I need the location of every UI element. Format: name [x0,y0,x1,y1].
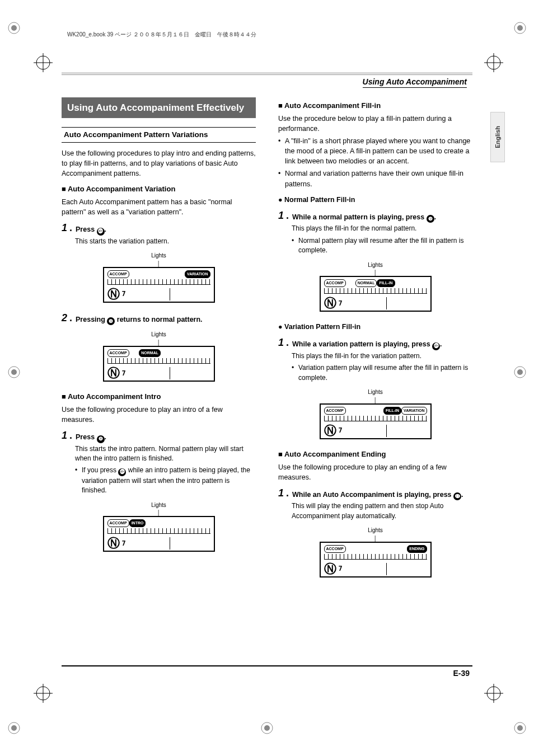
ruler-icon [324,288,427,294]
step: 2. Pressing ❾ returns to normal pattern. [62,313,256,326]
lcd-tag: ACCOMP [324,279,346,287]
svg-point-5 [11,369,17,375]
seven-segment: 7 [122,539,126,548]
svg-point-10 [514,722,526,734]
step: 1. While a normal pattern is playing, pr… [278,210,472,223]
lcd-diagram: Lights │ ACCOMP NORMAL Ⓝ 7 [103,331,215,382]
left-column: Using Auto Accompaniment Effectively Aut… [62,95,256,588]
divider [386,563,387,575]
lcd-box: ACCOMP FILL-IN VARIATION Ⓝ 7 [320,403,432,439]
registration-mark-icon [34,684,53,703]
subsection-title: Auto Accompaniment Pattern Variations [62,127,256,143]
lcd-diagram: Lights │ ACCOMP FILL-IN VARIATION Ⓝ 7 [320,388,432,439]
digit-icon: Ⓝ [324,425,335,437]
lcd-tag: VARIATION [401,407,427,415]
crop-mark-icon [512,720,528,736]
step-detail: This starts the variation pattern. [75,237,256,246]
body-text: Use the following procedure to play an i… [62,405,256,425]
step-number: 1 [278,210,284,223]
seven-segment: 7 [339,299,343,308]
crop-mark-icon [512,20,528,36]
lcd-tag: ACCOMP [107,519,129,527]
lcd-diagram: Lights │ ACCOMP VARIATION Ⓝ 7 [103,252,215,303]
ref-button-icon: ❽ [97,435,105,443]
pointer-icon: │ [320,398,432,403]
ruler-icon [107,358,210,364]
lcd-box: ACCOMP VARIATION Ⓝ 7 [103,267,215,303]
bullet: Normal pattern play will resume after th… [292,236,472,256]
lcd-tag: FILL-IN [377,279,395,287]
body-text: Each Auto Accompaniment pattern has a ba… [62,197,256,217]
page: WK200_e.book 39 ページ ２００８年５月１６日 金曜日 午後８時４… [0,0,534,756]
svg-point-8 [8,722,20,734]
registration-mark-icon [34,53,53,72]
dot-heading: Normal Pattern Fill-in [278,195,472,205]
step-detail: This starts the intro pattern. Normal pa… [75,444,256,464]
lcd-tag: ACCOMP [324,407,346,415]
registration-mark-icon [484,53,503,72]
lcd-tag: ACCOMP [107,270,129,278]
digit-icon: Ⓝ [324,297,335,309]
running-head: Using Auto Accompaniment [363,77,467,88]
pointer-icon: │ [103,261,215,267]
step-dot: . [69,223,72,236]
step-dot: . [69,430,72,443]
seven-segment: 7 [122,289,126,299]
svg-point-12 [261,722,273,734]
body-text: Use the following procedure to play an e… [278,462,472,482]
svg-point-3 [517,25,523,31]
pointer-icon: │ [320,270,432,276]
seven-segment: 7 [339,426,343,435]
step-number: 1 [62,430,67,443]
svg-point-6 [514,367,526,378]
crop-mark-icon [6,20,22,36]
lcd-tag: NORMAL [355,279,377,287]
pointer-icon: │ [103,340,215,346]
seven-segment: 7 [339,564,343,574]
language-tab-label: English [494,126,501,148]
ruler-icon [324,554,427,560]
ref-button-icon: ⓾ [118,468,126,476]
lcd-tag: ACCOMP [107,349,129,357]
registration-mark-icon [484,684,503,703]
step-text: Press ⓾. [76,223,106,236]
footer-rule [62,665,472,666]
svg-point-1 [11,25,17,31]
step-detail: This plays the fill-in for the variation… [292,351,472,361]
step: 1. While an Auto Accompaniment is playin… [278,488,472,501]
ref-button-icon: ❾ [427,215,434,223]
bullet: Variation pattern play will resume after… [292,363,472,383]
step-dot: . [69,313,72,326]
body-text: Use the following procedures to play int… [62,148,256,179]
step-dot: . [286,488,289,501]
step: 1. While a variation pattern is playing,… [278,337,472,350]
svg-point-11 [517,725,523,731]
diagram-label: Lights [320,388,432,397]
svg-point-2 [514,22,526,34]
pointer-icon: │ [320,536,432,542]
lcd-box: ACCOMP ENDING Ⓝ 7 [320,542,432,577]
square-heading: Auto Accompaniment Intro [62,392,256,402]
digit-icon: Ⓝ [107,288,119,300]
crop-mark-icon [259,720,275,736]
right-column: Auto Accompaniment Fill-in Use the proce… [278,95,472,588]
header-rule [62,73,472,75]
square-heading: Auto Accompaniment Variation [62,184,256,195]
step-number: 1 [278,488,284,501]
diagram-label: Lights [320,261,432,270]
lcd-box: ACCOMP NORMAL FILL-IN Ⓝ 7 [320,276,432,312]
lcd-tag: VARIATION [185,270,210,278]
ref-button-icon: ⓾ [432,342,440,350]
diagram-label: Lights [103,331,215,339]
step-text: Press ❽. [76,430,106,443]
step-text: While an Auto Accompaniment is playing, … [292,488,463,501]
page-number: E-39 [453,669,470,678]
svg-point-0 [8,22,20,34]
digit-icon: Ⓝ [324,563,335,575]
svg-point-9 [11,725,17,731]
ruler-icon [107,528,210,534]
step-text: Pressing ❾ returns to normal pattern. [76,313,203,326]
bullet: Normal and variation patterns have their… [278,168,472,189]
crop-mark-icon [6,364,22,381]
divider [170,367,170,379]
